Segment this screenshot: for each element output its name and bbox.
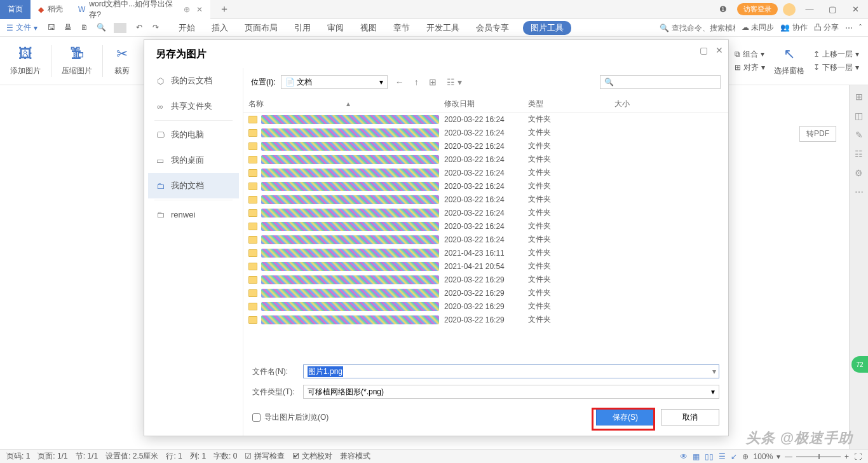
minimize-button[interactable]: — (801, 4, 818, 14)
view-web-icon[interactable]: ↙ (731, 452, 737, 461)
send-backward-button[interactable]: ↧ 下移一层 ▾ (813, 62, 859, 73)
tab-pictools[interactable]: 图片工具 (523, 21, 571, 35)
list-item[interactable]: 2021-04-21 20:54文件夹 (243, 259, 728, 273)
tab-vip[interactable]: 会员专享 (473, 21, 512, 35)
list-item[interactable]: 2020-03-22 16:24文件夹 (243, 113, 728, 126)
column-date[interactable]: 修改日期 (444, 99, 528, 109)
tab-layout[interactable]: 页面布局 (242, 21, 280, 35)
more-icon[interactable]: ⋯ (845, 24, 853, 32)
align-button[interactable]: ⊞ 对齐 ▾ (735, 62, 765, 73)
rail-icon[interactable]: ☷ (855, 149, 863, 159)
tab-chapter[interactable]: 章节 (391, 21, 412, 35)
view-page-icon[interactable]: ▦ (693, 452, 700, 461)
list-item[interactable]: 2020-03-22 16:29文件夹 (243, 300, 728, 313)
view-eye-icon[interactable]: 👁 (680, 452, 688, 461)
undo-icon[interactable]: ↶ (133, 23, 146, 33)
view-outline-icon[interactable]: ☰ (719, 452, 726, 461)
tab-review[interactable]: 审阅 (325, 21, 346, 35)
sidebar-item-documents[interactable]: 🗀我的文档 (148, 173, 239, 198)
tab-home[interactable]: 首页 (0, 0, 31, 19)
list-item[interactable]: 2020-03-22 16:24文件夹 (243, 153, 728, 166)
list-item[interactable]: 2020-03-22 16:29文件夹 (243, 313, 728, 326)
login-button[interactable]: 访客登录 (737, 3, 778, 15)
chevron-down-icon[interactable]: ▾ (712, 367, 716, 376)
list-item[interactable]: 2020-03-22 16:29文件夹 (243, 286, 728, 300)
add-picture-button[interactable]: 🖼添加图片 (9, 45, 42, 76)
list-item[interactable]: 2020-03-22 16:24文件夹 (243, 233, 728, 246)
sidebar-item-desktop[interactable]: ▭我的桌面 (148, 148, 239, 173)
close-button[interactable]: ✕ (846, 4, 864, 14)
to-pdf-button[interactable]: 转PDF (799, 126, 836, 142)
group-button[interactable]: ⧉ 组合 ▾ (735, 49, 765, 60)
tab-start[interactable]: 开始 (176, 21, 198, 35)
cancel-button[interactable]: 取消 (661, 409, 719, 425)
rail-icon[interactable]: ⋯ (855, 187, 864, 197)
location-select[interactable]: 📄 文档▾ (281, 75, 388, 89)
sidebar-item-cloud[interactable]: ⬡我的云文档 (148, 68, 239, 93)
rail-icon[interactable]: ⚙ (855, 168, 863, 178)
redo-icon[interactable]: ↷ (149, 23, 162, 33)
collapse-ribbon-icon[interactable]: ˆ (859, 24, 862, 32)
filetype-select[interactable]: 可移植网络图形(*.png)▾ (303, 385, 719, 399)
status-page[interactable]: 页码: 1 (6, 451, 30, 462)
list-item[interactable]: 2020-03-22 16:24文件夹 (243, 219, 728, 233)
settings-icon[interactable]: ⊕ (742, 452, 749, 461)
compress-picture-button[interactable]: 🗜压缩图片 (60, 45, 93, 76)
tab-reference[interactable]: 引用 (292, 21, 313, 35)
up-icon[interactable]: ↑ (412, 76, 421, 88)
view-book-icon[interactable]: ▯▯ (705, 452, 714, 461)
status-section[interactable]: 节: 1/1 (76, 451, 98, 462)
tab-insert[interactable]: 插入 (209, 21, 231, 35)
coop-button[interactable]: 👥 协作 (780, 22, 807, 33)
dialog-maximize-icon[interactable]: ▢ (700, 45, 708, 55)
back-icon[interactable]: ← (393, 76, 407, 88)
status-chars[interactable]: 字数: 0 (214, 451, 237, 462)
list-item[interactable]: 2020-03-22 16:24文件夹 (243, 206, 728, 219)
dialog-search[interactable]: 🔍 (600, 75, 721, 89)
rail-icon[interactable]: ◫ (855, 111, 863, 121)
new-folder-icon[interactable]: ⊞ (426, 76, 439, 88)
rail-icon[interactable]: ✎ (855, 130, 863, 140)
command-search[interactable]: 🔍 (660, 24, 735, 32)
list-item[interactable]: 2020-03-22 16:24文件夹 (243, 179, 728, 193)
tab-view[interactable]: 视图 (358, 21, 379, 35)
column-size[interactable]: 大小 (614, 99, 665, 109)
tab-devtools[interactable]: 开发工具 (424, 21, 462, 35)
tab-close-icon[interactable]: ✕ (196, 5, 203, 14)
save-icon[interactable]: 🖫 (45, 23, 58, 33)
preview-icon[interactable]: 🗎 (78, 23, 91, 33)
list-item[interactable]: 2020-03-22 16:24文件夹 (243, 126, 728, 139)
column-type[interactable]: 类型 (528, 99, 614, 109)
column-name[interactable]: 名称▴ (248, 99, 444, 109)
list-item[interactable]: 2020-03-22 16:24文件夹 (243, 193, 728, 206)
sidebar-item-share[interactable]: ∞共享文件夹 (148, 93, 239, 119)
status-pages[interactable]: 页面: 1/1 (37, 451, 67, 462)
save-button[interactable]: 保存(S) (596, 409, 654, 425)
fullscreen-icon[interactable]: ⛶ (854, 452, 862, 461)
window-list-icon[interactable]: ❶ (714, 4, 732, 14)
crop-button[interactable]: ✂裁剪 (112, 45, 132, 76)
rail-icon[interactable]: ⊞ (855, 92, 863, 102)
maximize-button[interactable]: ▢ (824, 4, 841, 14)
list-item[interactable]: 2020-03-22 16:29文件夹 (243, 273, 728, 286)
list-item[interactable]: 2020-03-22 16:24文件夹 (243, 139, 728, 153)
share-button[interactable]: 凸 分享 (814, 22, 839, 33)
tab-daoke[interactable]: ◆ 稻壳 (31, 0, 71, 19)
list-item[interactable]: 2021-04-23 16:11文件夹 (243, 246, 728, 259)
view-mode-icon[interactable]: ☷ ▾ (444, 76, 465, 88)
bring-forward-button[interactable]: ↥ 上移一层 ▾ (813, 49, 859, 60)
filename-input[interactable]: 图片1.png▾ (303, 364, 719, 378)
preview-checkbox[interactable]: 导出图片后浏览(O) (252, 412, 329, 423)
print-icon[interactable]: 🖶 (62, 23, 74, 33)
zoom-control[interactable]: 100% ▾ —+ (754, 452, 849, 461)
spellcheck-toggle[interactable]: ☑ 拼写检查 (245, 451, 284, 462)
sync-status[interactable]: ☁ 未同步 (742, 22, 774, 33)
new-tab-button[interactable]: ＋ (210, 3, 238, 16)
notification-badge[interactable]: 72 (851, 356, 868, 373)
find-icon[interactable]: 🔍 (95, 23, 107, 33)
tab-pin-icon[interactable]: ⊕ (184, 5, 190, 14)
tab-document[interactable]: W word文档中...如何导出保存? ⊕ ✕ (71, 0, 210, 19)
sidebar-item-renwei[interactable]: 🗀renwei (148, 202, 239, 227)
list-item[interactable]: 2020-03-22 16:24文件夹 (243, 166, 728, 179)
sidebar-item-pc[interactable]: 🖵我的电脑 (148, 122, 239, 148)
